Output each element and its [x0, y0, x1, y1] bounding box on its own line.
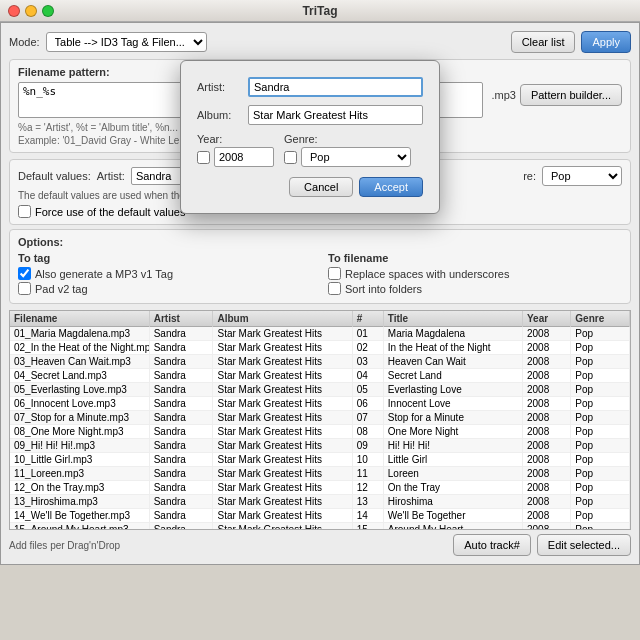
replace-spaces-label: Replace spaces with underscores	[345, 268, 509, 280]
table-cell: 01	[352, 327, 383, 341]
table-cell: Sandra	[149, 439, 213, 453]
auto-track-button[interactable]: Auto track#	[453, 534, 531, 556]
dialog-year-checkbox[interactable]	[197, 151, 210, 164]
table-cell: Everlasting Love	[383, 383, 522, 397]
table-row[interactable]: 05_Everlasting Love.mp3SandraStar Mark G…	[10, 383, 630, 397]
table-cell: 13_Hiroshima.mp3	[10, 495, 149, 509]
table-cell: Maria Magdalena	[383, 327, 522, 341]
table-cell: 09	[352, 439, 383, 453]
table-row[interactable]: 09_Hi! Hi! Hi!.mp3SandraStar Mark Greate…	[10, 439, 630, 453]
table-cell: We'll Be Together	[383, 509, 522, 523]
table-cell: 03	[352, 355, 383, 369]
apply-button[interactable]: Apply	[581, 31, 631, 53]
table-cell: 05_Everlasting Love.mp3	[10, 383, 149, 397]
table-row[interactable]: 13_Hiroshima.mp3SandraStar Mark Greatest…	[10, 495, 630, 509]
to-tag-label: To tag	[18, 252, 312, 264]
dialog-year-input[interactable]	[214, 147, 274, 167]
table-cell: Star Mark Greatest Hits	[213, 411, 352, 425]
table-cell: 2008	[522, 495, 570, 509]
table-row[interactable]: 12_On the Tray.mp3SandraStar Mark Greate…	[10, 481, 630, 495]
table-row[interactable]: 15_Around My Heart.mp3SandraStar Mark Gr…	[10, 523, 630, 531]
pattern-builder-button[interactable]: Pattern builder...	[520, 84, 622, 106]
edit-selected-button[interactable]: Edit selected...	[537, 534, 631, 556]
table-cell: Sandra	[149, 425, 213, 439]
table-row[interactable]: 04_Secret Land.mp3SandraStar Mark Greate…	[10, 369, 630, 383]
table-cell: 2008	[522, 467, 570, 481]
table-cell: 15	[352, 523, 383, 531]
table-row[interactable]: 07_Stop for a Minute.mp3SandraStar Mark …	[10, 411, 630, 425]
table-cell: 12_On the Tray.mp3	[10, 481, 149, 495]
replace-spaces-checkbox[interactable]	[328, 267, 341, 280]
table-cell: Star Mark Greatest Hits	[213, 523, 352, 531]
dialog-artist-input[interactable]	[248, 77, 423, 97]
table-cell: Sandra	[149, 341, 213, 355]
dialog-album-input[interactable]	[248, 105, 423, 125]
table-row[interactable]: 11_Loreen.mp3SandraStar Mark Greatest Hi…	[10, 467, 630, 481]
dialog-cancel-button[interactable]: Cancel	[289, 177, 353, 197]
close-button[interactable]	[8, 5, 20, 17]
padv2-label: Pad v2 tag	[35, 283, 88, 295]
sort-folders-checkbox[interactable]	[328, 282, 341, 295]
table-cell: Star Mark Greatest Hits	[213, 453, 352, 467]
table-cell: 02_In the Heat of the Night.mp3	[10, 341, 149, 355]
col-artist: Artist	[149, 311, 213, 327]
table-cell: Star Mark Greatest Hits	[213, 355, 352, 369]
table-cell: 05	[352, 383, 383, 397]
table-cell: Sandra	[149, 355, 213, 369]
table-row[interactable]: 14_We'll Be Together.mp3SandraStar Mark …	[10, 509, 630, 523]
table-cell: 03_Heaven Can Wait.mp3	[10, 355, 149, 369]
table-row[interactable]: 10_Little Girl.mp3SandraStar Mark Greate…	[10, 453, 630, 467]
file-table-container[interactable]: Filename Artist Album # Title Year Genre…	[9, 310, 631, 530]
table-cell: Star Mark Greatest Hits	[213, 383, 352, 397]
table-row[interactable]: 08_One More Night.mp3SandraStar Mark Gre…	[10, 425, 630, 439]
table-cell: 09_Hi! Hi! Hi!.mp3	[10, 439, 149, 453]
table-cell: Sandra	[149, 453, 213, 467]
table-cell: 04	[352, 369, 383, 383]
table-cell: 2008	[522, 481, 570, 495]
genre-select[interactable]: Pop	[542, 166, 622, 186]
table-cell: One More Night	[383, 425, 522, 439]
padv2-checkbox[interactable]	[18, 282, 31, 295]
table-row[interactable]: 06_Innocent Love.mp3SandraStar Mark Grea…	[10, 397, 630, 411]
table-row[interactable]: 03_Heaven Can Wait.mp3SandraStar Mark Gr…	[10, 355, 630, 369]
dialog-accept-button[interactable]: Accept	[359, 177, 423, 197]
bottom-bar: Add files per Drag'n'Drop Auto track# Ed…	[9, 534, 631, 556]
table-cell: Little Girl	[383, 453, 522, 467]
table-cell: Sandra	[149, 327, 213, 341]
table-cell: Loreen	[383, 467, 522, 481]
file-table: Filename Artist Album # Title Year Genre…	[10, 311, 630, 530]
dialog-genre-checkbox[interactable]	[284, 151, 297, 164]
table-cell: 2008	[522, 411, 570, 425]
force-default-checkbox[interactable]	[18, 205, 31, 218]
mp3v1-label: Also generate a MP3 v1 Tag	[35, 268, 173, 280]
genre-re-label: re:	[523, 170, 536, 182]
table-row[interactable]: 01_Maria Magdalena.mp3SandraStar Mark Gr…	[10, 327, 630, 341]
table-cell: Pop	[571, 495, 630, 509]
mp3v1-checkbox[interactable]	[18, 267, 31, 280]
table-cell: Pop	[571, 509, 630, 523]
table-cell: Pop	[571, 467, 630, 481]
table-cell: Sandra	[149, 495, 213, 509]
table-body: 01_Maria Magdalena.mp3SandraStar Mark Gr…	[10, 327, 630, 531]
mode-select[interactable]: Table --> ID3 Tag & Filen...	[46, 32, 207, 52]
maximize-button[interactable]	[42, 5, 54, 17]
table-cell: 2008	[522, 383, 570, 397]
table-cell: Sandra	[149, 523, 213, 531]
table-cell: Stop for a Minute	[383, 411, 522, 425]
table-cell: Pop	[571, 439, 630, 453]
table-cell: Sandra	[149, 397, 213, 411]
table-cell: Pop	[571, 481, 630, 495]
minimize-button[interactable]	[25, 5, 37, 17]
table-cell: 11_Loreen.mp3	[10, 467, 149, 481]
mp3-suffix: .mp3	[491, 89, 515, 101]
table-cell: 2008	[522, 369, 570, 383]
table-cell: Pop	[571, 397, 630, 411]
col-genre: Genre	[571, 311, 630, 327]
table-row[interactable]: 02_In the Heat of the Night.mp3SandraSta…	[10, 341, 630, 355]
table-cell: Pop	[571, 523, 630, 531]
table-cell: 02	[352, 341, 383, 355]
table-cell: Pop	[571, 425, 630, 439]
clear-list-button[interactable]: Clear list	[511, 31, 576, 53]
dialog-genre-select[interactable]: Pop	[301, 147, 411, 167]
dialog-genre-label: Genre:	[284, 133, 423, 145]
